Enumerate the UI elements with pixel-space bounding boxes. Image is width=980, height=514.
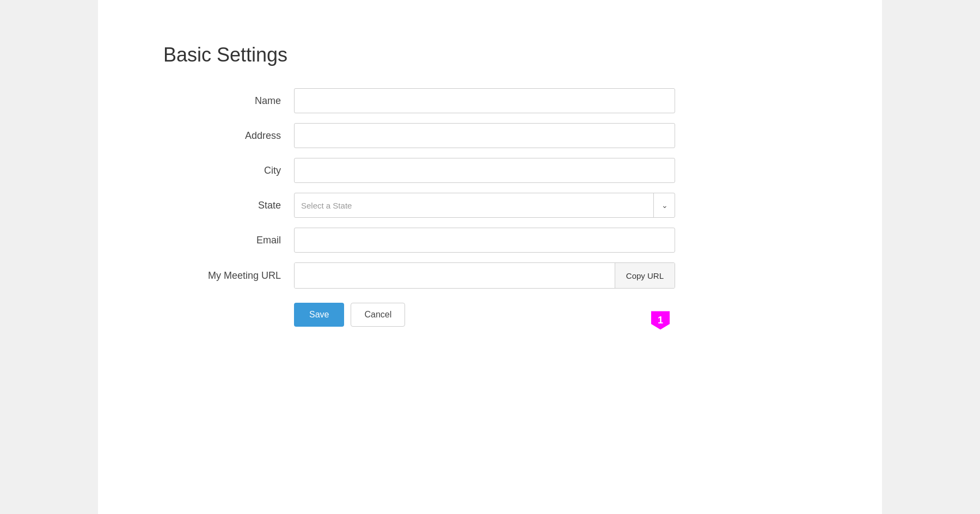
address-label: Address — [163, 130, 294, 142]
page-title: Basic Settings — [163, 44, 817, 66]
city-row: City — [163, 158, 817, 183]
cancel-button[interactable]: Cancel — [351, 303, 405, 327]
state-select-wrapper: Select a State Alabama Alaska Arizona Ca… — [294, 193, 675, 218]
email-input[interactable] — [294, 228, 675, 253]
address-row: Address — [163, 123, 817, 148]
save-button[interactable]: Save — [294, 303, 344, 327]
form-container: Name Address City State Select a State A… — [163, 88, 817, 327]
address-input[interactable] — [294, 123, 675, 148]
meeting-url-input[interactable] — [295, 263, 615, 288]
copy-url-button[interactable]: Copy URL — [615, 263, 675, 288]
meeting-url-label: My Meeting URL — [163, 270, 294, 282]
email-label: Email — [163, 235, 294, 246]
action-row: Save Cancel 1 — [163, 303, 817, 327]
page-container: Basic Settings Name Address City State S… — [98, 0, 882, 514]
email-row: Email — [163, 228, 817, 253]
city-label: City — [163, 165, 294, 176]
state-label: State — [163, 200, 294, 211]
state-row: State Select a State Alabama Alaska Ariz… — [163, 193, 817, 218]
name-input[interactable] — [294, 88, 675, 113]
name-row: Name — [163, 88, 817, 113]
annotation-badge-1: 1 — [651, 311, 670, 329]
meeting-url-row: My Meeting URL Copy URL — [163, 262, 817, 289]
name-label: Name — [163, 95, 294, 107]
url-input-wrapper: Copy URL — [294, 262, 675, 289]
state-select[interactable]: Select a State Alabama Alaska Arizona Ca… — [294, 193, 675, 218]
city-input[interactable] — [294, 158, 675, 183]
